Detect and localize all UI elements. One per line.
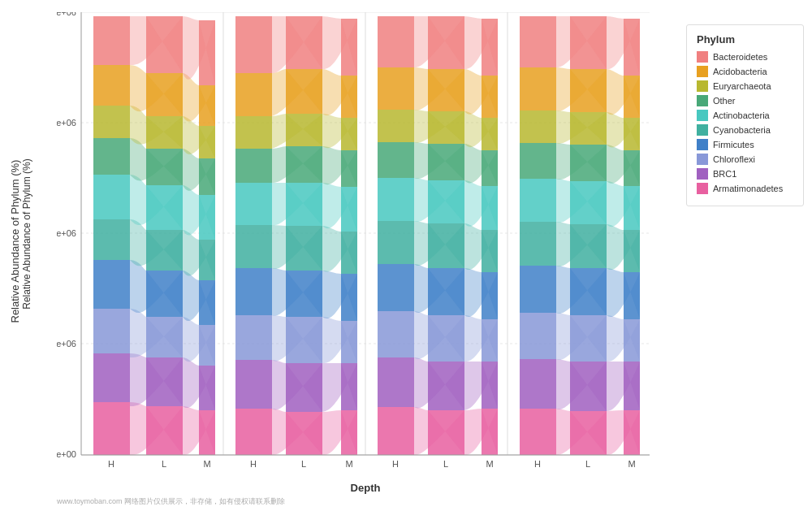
svg-rect-81 <box>378 311 414 357</box>
svg-rect-87 <box>378 67 414 110</box>
euryarchaeota-label: Euryarchaeota <box>713 81 771 91</box>
legend-item-firmicutes: Firmicutes <box>697 139 793 150</box>
armatimonadetes-color-swatch <box>697 183 708 194</box>
firmicutes-color-swatch <box>697 139 708 150</box>
svg-rect-28 <box>93 16 130 65</box>
svg-text:H: H <box>250 459 257 469</box>
svg-rect-110 <box>520 359 556 409</box>
svg-rect-19 <box>93 402 130 455</box>
legend-item-actinobacteria: Actinobacteria <box>697 110 793 121</box>
chloroflexi-color-swatch <box>697 154 708 165</box>
svg-text:L: L <box>162 459 166 469</box>
svg-rect-26 <box>93 106 130 138</box>
legend-item-armatimonadetes: Armatimonadetes <box>697 183 793 194</box>
euryarchaeota-color-swatch <box>697 80 708 92</box>
brc1-label: BRC1 <box>713 169 736 179</box>
svg-rect-85 <box>378 142 414 178</box>
svg-rect-57 <box>235 73 272 116</box>
svg-text:M: M <box>345 459 352 469</box>
svg-rect-83 <box>378 221 414 264</box>
svg-text:L: L <box>585 459 590 469</box>
svg-rect-25 <box>93 138 130 175</box>
firmicutes-label: Firmicutes <box>713 140 754 149</box>
svg-rect-86 <box>378 110 414 142</box>
svg-rect-20 <box>93 353 130 402</box>
svg-text:H: H <box>534 459 541 469</box>
svg-rect-113 <box>520 222 556 266</box>
other-color-swatch <box>697 95 708 106</box>
svg-rect-24 <box>93 175 130 219</box>
svg-text:3e+06: 3e+06 <box>57 118 76 128</box>
svg-text:0e+00: 0e+00 <box>57 449 76 459</box>
svg-rect-114 <box>520 179 556 222</box>
svg-rect-58 <box>235 16 272 73</box>
svg-rect-115 <box>520 143 556 179</box>
legend-item-brc1: BRC1 <box>697 168 793 180</box>
svg-rect-109 <box>520 409 556 455</box>
svg-text:L: L <box>443 459 448 469</box>
actinobacteria-label: Actinobacteria <box>713 110 770 120</box>
svg-rect-118 <box>520 16 556 67</box>
legend-item-euryarchaeota: Euryarchaeota <box>697 80 793 92</box>
svg-rect-53 <box>235 225 272 268</box>
svg-rect-56 <box>235 116 272 149</box>
svg-rect-21 <box>93 309 130 353</box>
y-axis-label: Relative Abundance of Phylum (%) <box>21 158 32 309</box>
legend-item-bacteroidetes: Bacteroidetes <box>697 51 793 63</box>
chloroflexi-label: Chloroflexi <box>713 154 755 164</box>
svg-rect-111 <box>520 313 556 359</box>
legend-item-chloroflexi: Chloroflexi <box>697 154 793 165</box>
svg-rect-79 <box>378 407 414 455</box>
svg-text:M: M <box>628 459 635 469</box>
svg-rect-80 <box>378 357 414 407</box>
svg-rect-54 <box>235 183 272 225</box>
svg-rect-84 <box>378 178 414 221</box>
acidobacteria-color-swatch <box>697 66 708 77</box>
legend-item-acidobacteria: Acidobacteria <box>697 66 793 77</box>
legend-title: Phylum <box>697 33 793 45</box>
svg-rect-117 <box>520 67 556 110</box>
x-axis-label: Depth <box>351 482 381 494</box>
brc1-color-swatch <box>697 168 708 180</box>
svg-text:1e+06: 1e+06 <box>57 339 76 349</box>
svg-text:M: M <box>486 459 493 469</box>
other-label: Other <box>713 96 736 106</box>
legend-item-other: Other <box>697 95 793 106</box>
chart-svg: 0e+00 1e+06 2e+06 3e+06 4e+06 A B C CK <box>57 12 674 471</box>
svg-rect-23 <box>93 219 130 260</box>
svg-rect-50 <box>235 360 272 409</box>
svg-text:L: L <box>301 459 306 469</box>
acidobacteria-label: Acidobacteria <box>713 67 767 76</box>
svg-rect-27 <box>93 65 130 106</box>
cyanobacteria-label: Cyanobacteria <box>713 125 771 135</box>
svg-rect-82 <box>378 264 414 311</box>
svg-text:M: M <box>203 459 210 469</box>
svg-text:H: H <box>392 459 399 469</box>
bacteroidetes-color-swatch <box>697 51 708 63</box>
svg-text:2e+06: 2e+06 <box>57 228 76 238</box>
chart-container: Relative Abundance of Phylum (%) 0e+00 1… <box>0 0 812 511</box>
svg-text:H: H <box>108 459 114 469</box>
watermark: www.toymoban.com 网络图片仅供展示，非存储，如有侵权请联系删除 <box>57 497 285 505</box>
svg-rect-22 <box>93 260 130 309</box>
svg-text:4e+06: 4e+06 <box>57 12 76 17</box>
svg-rect-55 <box>235 149 272 183</box>
svg-rect-51 <box>235 315 272 360</box>
cyanobacteria-color-swatch <box>697 124 708 136</box>
bacteroidetes-label: Bacteroidetes <box>713 52 767 62</box>
armatimonadetes-label: Armatimonadetes <box>713 184 783 193</box>
legend-item-cyanobacteria: Cyanobacteria <box>697 124 793 136</box>
svg-rect-112 <box>520 266 556 313</box>
actinobacteria-color-swatch <box>697 110 708 121</box>
legend-panel: Phylum Bacteroidetes Acidobacteria Eurya… <box>686 24 804 206</box>
svg-rect-52 <box>235 268 272 315</box>
svg-rect-116 <box>520 110 556 143</box>
svg-rect-88 <box>378 16 414 67</box>
svg-rect-49 <box>235 409 272 455</box>
